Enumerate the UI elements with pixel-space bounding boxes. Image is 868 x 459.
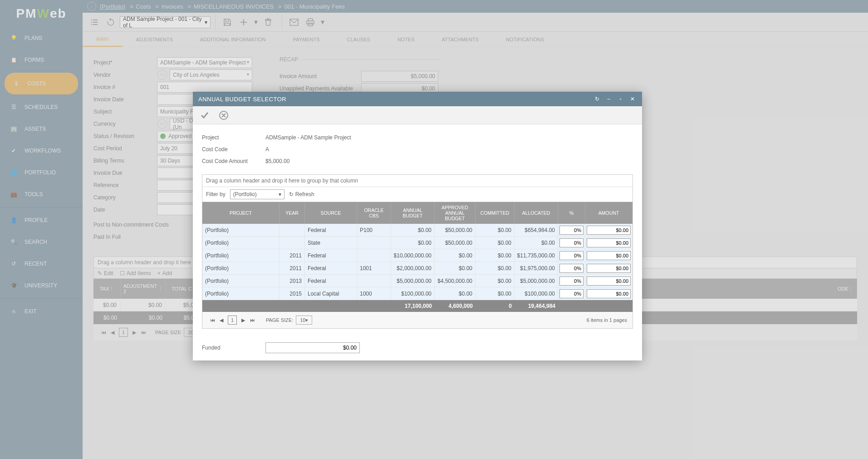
cell-source: Local Capital bbox=[305, 287, 357, 300]
modal-title: ANNUAL BUDGET SELECTOR bbox=[198, 96, 286, 103]
cell-year: 2013 bbox=[280, 275, 305, 287]
cell-amount[interactable] bbox=[585, 275, 633, 287]
filter-select[interactable]: (Portfolio)▾ bbox=[230, 189, 284, 199]
cell-pct[interactable] bbox=[558, 262, 585, 274]
col-amount[interactable]: AMOUNT bbox=[585, 202, 633, 224]
pager-prev-icon[interactable]: ◀ bbox=[218, 316, 225, 324]
m-val-amount: $5,000.00 bbox=[265, 158, 289, 164]
grid-row[interactable]: (Portfolio)2011Federal1001$2,000,000.00$… bbox=[202, 262, 633, 275]
grid-row[interactable]: (Portfolio)2011Federal$10,000,000.00$0.0… bbox=[202, 249, 633, 262]
cell-project: (Portfolio) bbox=[202, 249, 280, 262]
cell-pct[interactable] bbox=[558, 287, 585, 300]
col-approved[interactable]: APPROVED ANNUAL BUDGET bbox=[435, 202, 476, 224]
refresh-button[interactable]: ↻ Refresh bbox=[289, 191, 314, 197]
pager-first-icon[interactable]: ⏮ bbox=[209, 316, 216, 324]
grid-pager: ⏮ ◀ 1 ▶ ⏭ PAGE SIZE: 10 ▾ 6 items in 1 p… bbox=[202, 312, 633, 328]
cell-project: (Portfolio) bbox=[202, 287, 280, 300]
maximize-icon[interactable]: ▫ bbox=[617, 95, 625, 103]
cell-amount[interactable] bbox=[585, 262, 633, 274]
col-source[interactable]: SOURCE bbox=[305, 202, 357, 224]
cell-annual: $100,000.00 bbox=[391, 287, 435, 300]
cell-approved: $50,000.00 bbox=[435, 237, 476, 249]
pager-last-icon[interactable]: ⏭ bbox=[249, 316, 256, 324]
cell-year: 2011 bbox=[280, 249, 305, 262]
cell-amount[interactable] bbox=[585, 287, 633, 300]
cell-annual: $2,000,000.00 bbox=[391, 262, 435, 274]
accept-icon[interactable] bbox=[199, 110, 210, 121]
page-size-label: PAGE SIZE: bbox=[266, 317, 293, 323]
m-lbl-project: Project bbox=[202, 134, 265, 141]
m-val-costcode: A bbox=[265, 146, 269, 153]
m-lbl-amount: Cost Code Amount bbox=[202, 158, 265, 164]
cell-committed: $0.00 bbox=[476, 237, 515, 249]
m-lbl-costcode: Cost Code bbox=[202, 146, 265, 153]
col-oracle[interactable]: ORACLE CBS bbox=[357, 202, 391, 224]
col-annual[interactable]: ANNUAL BUDGET bbox=[391, 202, 435, 224]
cell-approved: $0.00 bbox=[435, 262, 476, 274]
grid-group-bar[interactable]: Drag a column header and drop it here to… bbox=[202, 175, 633, 187]
grid-row[interactable]: (Portfolio)FederalP100$0.00$50,000.00$0.… bbox=[202, 224, 633, 237]
cell-pct[interactable] bbox=[558, 275, 585, 287]
cell-allocated: $1,975,000.00 bbox=[515, 262, 558, 274]
cell-pct[interactable] bbox=[558, 249, 585, 262]
col-project[interactable]: PROJECT bbox=[202, 202, 280, 224]
cell-annual: $0.00 bbox=[391, 224, 435, 236]
grid-row[interactable]: (Portfolio)2013Federal$5,000,000.00$4,50… bbox=[202, 275, 633, 287]
page-size-select[interactable]: 10 ▾ bbox=[296, 316, 312, 325]
pager-info: 6 items in 1 pages bbox=[587, 317, 627, 323]
annual-budget-selector-modal: ANNUAL BUDGET SELECTOR ↻ – ▫ ✕ ProjectAD… bbox=[193, 92, 642, 360]
cell-allocated: $654,984.00 bbox=[515, 224, 558, 236]
cell-oracle: P100 bbox=[357, 224, 391, 236]
cell-year bbox=[280, 224, 305, 236]
funded-label: Funded bbox=[202, 345, 265, 351]
pager-next-icon[interactable]: ▶ bbox=[240, 316, 247, 324]
grid-header: PROJECT YEAR SOURCE ORACLE CBS ANNUAL BU… bbox=[202, 202, 633, 224]
cell-pct[interactable] bbox=[558, 237, 585, 249]
cell-year bbox=[280, 237, 305, 249]
cell-approved: $4,500,000.00 bbox=[435, 275, 476, 287]
col-year[interactable]: YEAR bbox=[280, 202, 305, 224]
cell-project: (Portfolio) bbox=[202, 275, 280, 287]
cell-source: State bbox=[305, 237, 357, 249]
cell-project: (Portfolio) bbox=[202, 237, 280, 249]
minimize-icon[interactable]: – bbox=[605, 95, 613, 103]
modal-header[interactable]: ANNUAL BUDGET SELECTOR ↻ – ▫ ✕ bbox=[193, 92, 642, 106]
cell-annual: $5,000,000.00 bbox=[391, 275, 435, 287]
cell-oracle bbox=[357, 249, 391, 262]
cell-amount[interactable] bbox=[585, 224, 633, 236]
grid-totals: 17,100,000 4,600,000 0 19,464,984 bbox=[202, 300, 633, 312]
cell-committed: $0.00 bbox=[476, 249, 515, 262]
cell-committed: $0.00 bbox=[476, 262, 515, 274]
grid-row[interactable]: (Portfolio)State$0.00$50,000.00$0.00$0.0… bbox=[202, 237, 633, 249]
pager-page[interactable]: 1 bbox=[228, 316, 237, 325]
col-allocated[interactable]: ALLOCATED bbox=[515, 202, 558, 224]
cell-oracle bbox=[357, 237, 391, 249]
cell-amount[interactable] bbox=[585, 249, 633, 262]
col-pct[interactable]: % bbox=[558, 202, 585, 224]
cell-project: (Portfolio) bbox=[202, 262, 280, 274]
cell-committed: $0.00 bbox=[476, 275, 515, 287]
col-committed[interactable]: COMMITTED bbox=[476, 202, 515, 224]
grid-row[interactable]: (Portfolio)2015Local Capital1000$100,000… bbox=[202, 287, 633, 300]
close-icon[interactable]: ✕ bbox=[628, 95, 637, 103]
cell-approved: $50,000.00 bbox=[435, 224, 476, 236]
cell-approved: $0.00 bbox=[435, 249, 476, 262]
cell-source: Federal bbox=[305, 275, 357, 287]
cell-source: Federal bbox=[305, 249, 357, 262]
filter-by-label: Filter by bbox=[206, 191, 226, 197]
cell-oracle bbox=[357, 275, 391, 287]
cell-year: 2015 bbox=[280, 287, 305, 300]
cell-amount[interactable] bbox=[585, 237, 633, 249]
cell-source: Federal bbox=[305, 262, 357, 274]
cell-allocated: $100,000.00 bbox=[515, 287, 558, 300]
cell-committed: $0.00 bbox=[476, 287, 515, 300]
cell-annual: $0.00 bbox=[391, 237, 435, 249]
cancel-icon[interactable] bbox=[218, 110, 229, 121]
budget-grid: Drag a column header and drop it here to… bbox=[202, 174, 633, 329]
cell-pct[interactable] bbox=[558, 224, 585, 236]
cell-allocated: $0.00 bbox=[515, 237, 558, 249]
funded-input[interactable] bbox=[265, 342, 360, 353]
cell-allocated: $11,735,000.00 bbox=[515, 249, 558, 262]
cell-project: (Portfolio) bbox=[202, 224, 280, 236]
refresh-icon[interactable]: ↻ bbox=[593, 95, 601, 103]
